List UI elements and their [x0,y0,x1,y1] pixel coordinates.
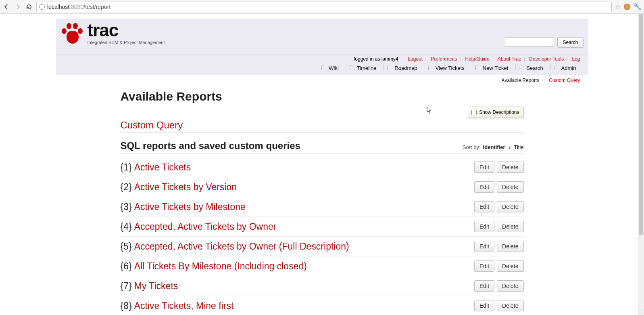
report-row: {5} Accepted, Active Tickets by Owner (F… [121,237,524,256]
metanav-developer-tools[interactable]: Developer Tools [526,56,567,62]
bookmark-star-icon[interactable]: ☆ [615,3,621,10]
edit-button[interactable]: Edit [474,162,494,173]
scrollbar-track[interactable] [638,14,644,309]
mainnav-timeline[interactable]: Timeline [346,64,384,72]
report-title-link[interactable]: All Tickets By Milestone (Including clos… [134,261,474,272]
edit-button[interactable]: Edit [474,241,494,252]
metanav-about-trac[interactable]: About Trac [494,56,524,62]
logo-word: trac [88,22,165,38]
report-title-link[interactable]: Active Tickets [134,162,474,173]
report-title-link[interactable]: Active Tickets by Milestone [134,202,474,212]
delete-button[interactable]: Delete [497,221,523,232]
mainnav-wiki[interactable]: Wiki [318,64,346,72]
edit-button[interactable]: Edit [474,201,494,212]
paw-icon [61,22,84,45]
reports-list: {1} Active TicketsEditDelete{2} Active T… [121,158,524,315]
delete-button[interactable]: Delete [497,280,523,292]
sort-by-title[interactable]: Title [514,144,523,150]
edit-button[interactable]: Edit [474,221,494,232]
scrollbar-thumb[interactable] [639,14,643,235]
metanav-help-guide[interactable]: Help/Guide [462,56,493,62]
metanav-log[interactable]: Log [569,56,583,62]
browser-toolbar: localhost:8080/test/report ☆ 🔧 [0,0,644,14]
page-title: Available Reports [121,90,524,103]
sql-reports-heading: SQL reports and saved custom queries [121,140,463,151]
report-title-link[interactable]: Accepted, Active Tickets by Owner [134,221,474,232]
report-title-link[interactable]: My Tickets [134,281,474,292]
edit-button[interactable]: Edit [474,181,494,193]
report-id: {2} [121,182,132,193]
report-id: {4} [121,221,132,232]
logged-in-text: logged in as lammy4 [351,56,402,62]
trac-logo[interactable]: trac Integrated SCM & Project Management [61,22,165,45]
sort-by: Sort by: Identifier ▲ Title [463,144,524,150]
show-descriptions-checkbox[interactable] [471,110,477,115]
mainnav-new-ticket[interactable]: New Ticket [472,64,516,72]
reload-button[interactable] [25,3,33,11]
back-button[interactable] [2,3,10,11]
search-button[interactable]: Search [557,37,583,48]
show-descriptions-toggle[interactable]: Show Descriptions [468,107,523,118]
delete-button[interactable]: Delete [497,162,523,173]
edit-button[interactable]: Edit [474,280,494,292]
report-title-link[interactable]: Active Tickets by Version [134,182,474,193]
mainnav: Wiki Timeline Roadmap View Tickets New T… [56,62,588,75]
ctxtnav-available-reports[interactable]: Available Reports [498,78,543,83]
report-title-link[interactable]: Accepted, Active Tickets by Owner (Full … [134,241,474,252]
delete-button[interactable]: Delete [497,201,523,212]
report-id: {6} [121,261,132,272]
globe-icon [39,4,45,10]
report-row: {3} Active Tickets by MilestoneEditDelet… [121,197,524,217]
mainnav-admin[interactable]: Admin [551,64,584,72]
scrollbar-corner [638,309,644,315]
metanav-preferences[interactable]: Preferences [427,56,460,62]
mainnav-search[interactable]: Search [516,64,550,72]
report-id: {7} [121,281,132,292]
logo-subtitle: Integrated SCM & Project Management [88,40,165,45]
mainnav-view-tickets[interactable]: View Tickets [425,64,472,72]
content: Available Reports Show Descriptions Cust… [56,83,588,315]
report-id: {1} [121,162,132,173]
delete-button[interactable]: Delete [497,241,523,252]
context-nav: Available Reports Custom Query [56,75,588,83]
report-id: {3} [121,202,132,212]
report-row: {8} Active Tickets, Mine firstEditDelete [121,296,524,315]
custom-query-heading[interactable]: Custom Query [121,120,524,133]
metanav-logout[interactable]: Logout [404,56,426,62]
search-input[interactable] [505,37,554,47]
edit-button[interactable]: Edit [474,260,494,272]
settings-wrench-icon[interactable]: 🔧 [634,3,642,10]
url-bar[interactable]: localhost:8080/test/report [36,2,612,12]
sort-by-label: Sort by: [463,144,481,150]
report-row: {1} Active TicketsEditDelete [121,158,524,177]
delete-button[interactable]: Delete [497,260,523,272]
report-title-link[interactable]: Active Tickets, Mine first [134,300,474,311]
mainnav-roadmap[interactable]: Roadmap [384,64,424,72]
extension-cookie-icon[interactable] [624,4,630,10]
sort-by-identifier[interactable]: Identifier [483,144,505,150]
show-descriptions-label: Show Descriptions [479,109,519,115]
report-row: {2} Active Tickets by VersionEditDelete [121,177,524,197]
edit-button[interactable]: Edit [474,300,494,311]
report-id: {5} [121,241,132,252]
delete-button[interactable]: Delete [497,181,523,193]
report-id: {8} [121,300,132,311]
ctxtnav-custom-query[interactable]: Custom Query [546,78,583,83]
sort-direction-icon: ▲ [508,145,512,149]
forward-button[interactable] [14,3,22,11]
report-row: {4} Accepted, Active Tickets by OwnerEdi… [121,217,524,237]
url-text: localhost:8080/test/report [47,4,110,10]
delete-button[interactable]: Delete [497,300,523,311]
report-row: {6} All Tickets By Milestone (Including … [121,256,524,276]
report-row: {7} My TicketsEditDelete [121,276,524,296]
metanav: logged in as lammy4 Logout Preferences H… [56,55,588,62]
banner: trac Integrated SCM & Project Management… [56,19,588,75]
